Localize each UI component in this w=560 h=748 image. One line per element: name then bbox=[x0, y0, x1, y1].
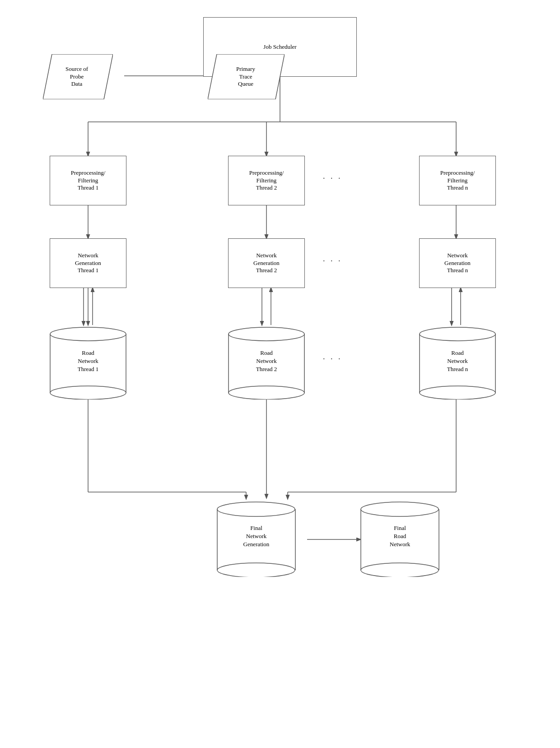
final-gen-shape: FinalNetworkGeneration bbox=[217, 498, 296, 577]
svg-point-51 bbox=[361, 502, 439, 516]
prefilter1-label: Preprocessing/FilteringThread 1 bbox=[71, 169, 106, 192]
dots3: · · · bbox=[323, 354, 342, 364]
svg-point-40 bbox=[420, 386, 495, 400]
netgen1-box: NetworkGenerationThread 1 bbox=[50, 238, 126, 288]
source-probe-label: Source ofProbeData bbox=[47, 59, 106, 95]
roadnetn-shape: RoadNetworkThread n bbox=[419, 324, 496, 400]
svg-point-50 bbox=[361, 563, 439, 577]
svg-point-35 bbox=[229, 386, 304, 400]
roadnet1-box: RoadNetworkThread 1 bbox=[50, 324, 126, 400]
final-road-shape: FinalRoadNetwork bbox=[360, 498, 439, 577]
roadnetn-box: RoadNetworkThread n bbox=[419, 324, 496, 400]
dots2: · · · bbox=[323, 256, 342, 266]
netgen2-label: NetworkGenerationThread 2 bbox=[253, 252, 280, 275]
netgenn-label: NetworkGenerationThread n bbox=[444, 252, 471, 275]
prefilter2-label: Preprocessing/FilteringThread 2 bbox=[249, 169, 284, 192]
primary-trace-label: PrimaryTraceQueue bbox=[212, 58, 279, 96]
roadnet2-shape: RoadNetworkThread 2 bbox=[228, 324, 305, 400]
netgen2-box: NetworkGenerationThread 2 bbox=[228, 238, 305, 288]
dots1: · · · bbox=[323, 174, 342, 183]
roadnet2-box: RoadNetworkThread 2 bbox=[228, 324, 305, 400]
prefiltern-box: Preprocessing/FilteringThread n bbox=[419, 156, 496, 205]
final-road-box: FinalRoadNetwork bbox=[360, 498, 439, 577]
final-road-label: FinalRoadNetwork bbox=[365, 524, 435, 549]
final-gen-label: FinalNetworkGeneration bbox=[221, 524, 291, 549]
final-gen-box: FinalNetworkGeneration bbox=[217, 498, 296, 577]
netgenn-box: NetworkGenerationThread n bbox=[419, 238, 496, 288]
svg-point-30 bbox=[50, 386, 126, 400]
roadnetn-label: RoadNetworkThread n bbox=[424, 349, 491, 374]
roadnet2-label: RoadNetworkThread 2 bbox=[233, 349, 300, 374]
prefilter2-box: Preprocessing/FilteringThread 2 bbox=[228, 156, 305, 205]
source-probe-box: Source ofProbeData bbox=[43, 54, 113, 99]
diagram-container: Job Scheduler Source ofProbeData Primary… bbox=[0, 0, 560, 748]
roadnet1-shape: RoadNetworkThread 1 bbox=[50, 324, 126, 400]
svg-point-31 bbox=[50, 327, 126, 341]
svg-point-46 bbox=[217, 502, 295, 516]
svg-point-41 bbox=[420, 327, 495, 341]
source-probe-shape: Source ofProbeData bbox=[43, 54, 113, 99]
netgen1-label: NetworkGenerationThread 1 bbox=[75, 252, 101, 275]
primary-trace-shape: PrimaryTraceQueue bbox=[208, 54, 285, 99]
primary-trace-box: PrimaryTraceQueue bbox=[208, 54, 285, 99]
svg-point-36 bbox=[229, 327, 304, 341]
job-scheduler-label: Job Scheduler bbox=[263, 43, 296, 51]
svg-point-45 bbox=[217, 563, 295, 577]
roadnet1-label: RoadNetworkThread 1 bbox=[54, 349, 122, 374]
prefiltern-label: Preprocessing/FilteringThread n bbox=[440, 169, 475, 192]
prefilter1-box: Preprocessing/FilteringThread 1 bbox=[50, 156, 126, 205]
